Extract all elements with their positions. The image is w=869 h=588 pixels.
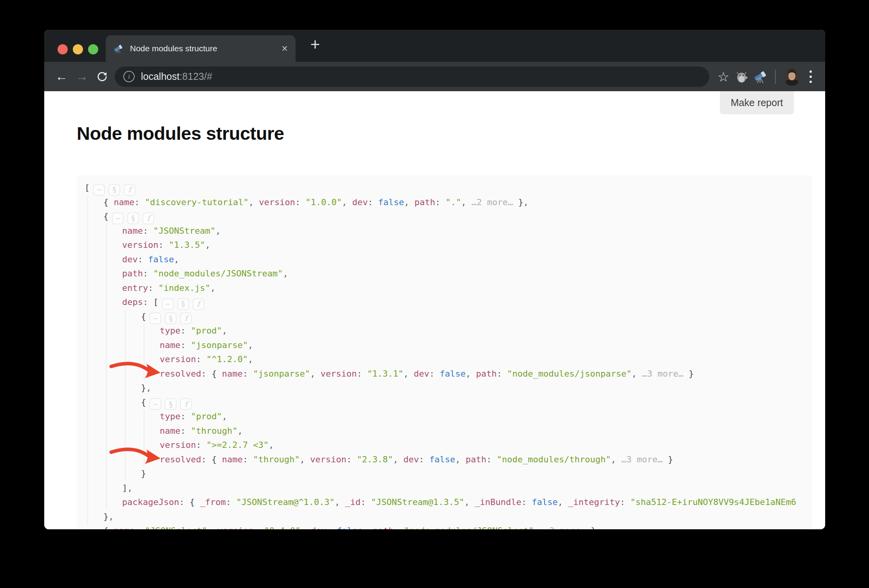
collapse-button[interactable]: − [162, 298, 174, 310]
token-key: path [373, 526, 394, 529]
token-pun: : [254, 526, 264, 529]
url-host: localhost [141, 71, 180, 82]
json-structure-viewer: [−§f{ name: "discovery-tutorial", versio… [77, 175, 812, 529]
token-pun: : [487, 455, 497, 464]
signature-button[interactable]: § [165, 312, 177, 324]
reload-button[interactable] [92, 67, 112, 87]
token-pun: , [249, 197, 259, 207]
token-pun: : [326, 526, 337, 529]
collapse-button[interactable]: − [150, 312, 161, 324]
telescope-extension-icon[interactable] [752, 67, 770, 86]
token-pun: : [419, 455, 429, 464]
back-button[interactable]: ← [51, 67, 72, 87]
token-pun: : [143, 297, 153, 307]
token-key: name [114, 526, 135, 529]
token-key: dev [122, 254, 138, 264]
token-key: version [259, 197, 295, 207]
collapse-button[interactable]: − [112, 213, 124, 224]
format-button[interactable]: f [142, 213, 154, 224]
code-line: name: "jsonparse", [85, 338, 812, 353]
window-close-button[interactable] [58, 44, 68, 54]
url-path: :8123/# [180, 71, 212, 82]
token-brk: ] [122, 483, 127, 493]
token-str: "0.4.0" [264, 526, 301, 529]
token-str: "." [445, 197, 461, 207]
token-pun: : [180, 411, 191, 421]
code-line: } [85, 467, 812, 481]
token-pun: , [393, 455, 404, 464]
extension-creature-icon[interactable] [733, 67, 752, 86]
token-key: type [160, 326, 180, 335]
token-pun: : [357, 369, 367, 379]
token-pun: : [134, 197, 145, 207]
token-key: _from [200, 497, 226, 507]
window-minimize-button[interactable] [73, 44, 83, 54]
token-key: entry [122, 283, 148, 293]
code-line: { name: "JSONSelect", version: "0.4.0", … [85, 524, 812, 529]
browser-tab[interactable]: Node modules structure × [106, 35, 296, 62]
signature-button[interactable]: § [177, 298, 189, 310]
bookmark-star-icon[interactable]: ☆ [714, 67, 733, 86]
profile-avatar[interactable] [783, 68, 801, 86]
token-key: resolved [160, 455, 201, 464]
token-pun: , [215, 226, 220, 236]
token-brk: { [211, 369, 222, 379]
new-tab-button[interactable]: + [303, 33, 327, 56]
code-line: ], [85, 481, 812, 496]
page-info-icon[interactable]: i [123, 71, 135, 82]
token-str: "index.js" [159, 283, 210, 293]
token-bool: false [532, 497, 558, 507]
format-button[interactable]: f [193, 298, 204, 310]
token-pun: : [620, 497, 631, 507]
token-brk: [ [153, 297, 158, 307]
reload-icon [96, 71, 108, 83]
token-pun: : [429, 369, 440, 379]
code-line: version: "^1.2.0", [85, 352, 812, 367]
token-str: "node_modules/jsonparse" [507, 369, 632, 379]
signature-button[interactable]: § [127, 213, 139, 224]
token-pun: : [226, 497, 236, 507]
window-zoom-button[interactable] [88, 44, 98, 54]
format-button[interactable]: f [124, 184, 135, 196]
close-tab-icon[interactable]: × [279, 43, 290, 54]
token-str: "^1.2.0" [206, 354, 248, 364]
token-pun: , [534, 526, 544, 529]
token-key: name [160, 340, 180, 350]
token-pun: : [180, 426, 191, 436]
token-pun: , [269, 440, 274, 450]
make-report-button[interactable]: Make report [720, 91, 794, 114]
token-bool: false [440, 369, 465, 379]
token-key: dev [404, 455, 419, 464]
collapse-button[interactable]: − [93, 184, 105, 196]
signature-button[interactable]: § [108, 184, 120, 196]
traffic-lights [58, 44, 98, 54]
token-pun: : [159, 240, 169, 250]
forward-button[interactable]: → [72, 67, 92, 87]
format-button[interactable]: f [180, 398, 192, 410]
token-key: path [122, 269, 143, 278]
code-line: {−§f [85, 209, 812, 224]
token-pun: , [300, 455, 310, 464]
url-text: localhost:8123/# [141, 71, 212, 82]
browser-menu-icon[interactable] [810, 70, 812, 83]
code-line: name: "through", [85, 424, 812, 438]
token-brk: } [103, 512, 108, 521]
token-brk: { [103, 211, 108, 221]
token-pun: , [222, 326, 227, 335]
token-str: "prod" [191, 326, 222, 335]
code-line: version: ">=2.2.7 <3", [85, 438, 812, 453]
token-pun: : [497, 369, 507, 379]
token-str: ">=2.2.7 <3" [206, 440, 269, 450]
token-bool: false [337, 526, 362, 529]
code-line: name: "JSONStream", [85, 224, 812, 238]
code-line: version: "1.3.5", [85, 238, 812, 253]
collapse-button[interactable]: − [150, 398, 161, 410]
address-bar[interactable]: i localhost:8123/# [115, 67, 709, 87]
token-pun: , [174, 254, 179, 264]
code-line: resolved: { name: "jsonparse", version: … [85, 367, 812, 381]
format-button[interactable]: f [180, 312, 192, 324]
token-key: name [114, 197, 135, 207]
code-line: entry: "index.js", [85, 281, 812, 296]
signature-button[interactable]: § [165, 398, 177, 410]
token-pun: : [243, 455, 253, 464]
